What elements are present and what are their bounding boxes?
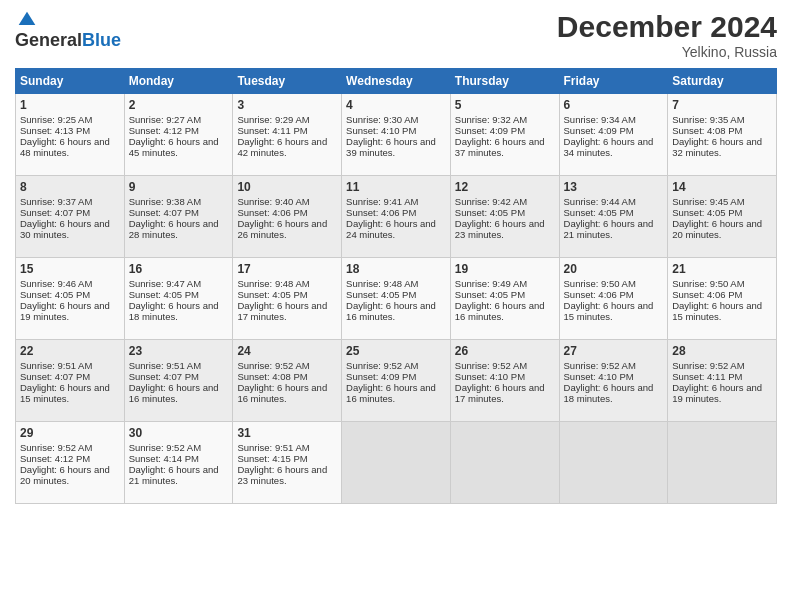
daylight-text: Daylight: 6 hours and 42 minutes. bbox=[237, 136, 327, 158]
calendar-week-row: 8Sunrise: 9:37 AMSunset: 4:07 PMDaylight… bbox=[16, 176, 777, 258]
sunrise-text: Sunrise: 9:52 AM bbox=[237, 360, 309, 371]
calendar-cell: 14Sunrise: 9:45 AMSunset: 4:05 PMDayligh… bbox=[668, 176, 777, 258]
sunrise-text: Sunrise: 9:51 AM bbox=[129, 360, 201, 371]
daylight-text: Daylight: 6 hours and 24 minutes. bbox=[346, 218, 436, 240]
sunset-text: Sunset: 4:07 PM bbox=[129, 207, 199, 218]
daylight-text: Daylight: 6 hours and 19 minutes. bbox=[20, 300, 110, 322]
calendar-cell: 18Sunrise: 9:48 AMSunset: 4:05 PMDayligh… bbox=[342, 258, 451, 340]
month-title: December 2024 bbox=[557, 10, 777, 44]
daylight-text: Daylight: 6 hours and 20 minutes. bbox=[20, 464, 110, 486]
daylight-text: Daylight: 6 hours and 37 minutes. bbox=[455, 136, 545, 158]
daylight-text: Daylight: 6 hours and 20 minutes. bbox=[672, 218, 762, 240]
daylight-text: Daylight: 6 hours and 23 minutes. bbox=[237, 464, 327, 486]
sunrise-text: Sunrise: 9:40 AM bbox=[237, 196, 309, 207]
sunset-text: Sunset: 4:05 PM bbox=[237, 289, 307, 300]
daylight-text: Daylight: 6 hours and 15 minutes. bbox=[20, 382, 110, 404]
day-number: 18 bbox=[346, 262, 446, 276]
day-number: 20 bbox=[564, 262, 664, 276]
sunset-text: Sunset: 4:13 PM bbox=[20, 125, 90, 136]
sunset-text: Sunset: 4:07 PM bbox=[20, 371, 90, 382]
weekday-header-friday: Friday bbox=[559, 69, 668, 94]
sunrise-text: Sunrise: 9:51 AM bbox=[237, 442, 309, 453]
daylight-text: Daylight: 6 hours and 34 minutes. bbox=[564, 136, 654, 158]
weekday-header-saturday: Saturday bbox=[668, 69, 777, 94]
calendar-cell: 11Sunrise: 9:41 AMSunset: 4:06 PMDayligh… bbox=[342, 176, 451, 258]
weekday-header-tuesday: Tuesday bbox=[233, 69, 342, 94]
day-number: 26 bbox=[455, 344, 555, 358]
calendar-cell: 21Sunrise: 9:50 AMSunset: 4:06 PMDayligh… bbox=[668, 258, 777, 340]
sunset-text: Sunset: 4:05 PM bbox=[346, 289, 416, 300]
calendar-cell: 6Sunrise: 9:34 AMSunset: 4:09 PMDaylight… bbox=[559, 94, 668, 176]
daylight-text: Daylight: 6 hours and 19 minutes. bbox=[672, 382, 762, 404]
sunset-text: Sunset: 4:14 PM bbox=[129, 453, 199, 464]
sunset-text: Sunset: 4:05 PM bbox=[564, 207, 634, 218]
day-number: 31 bbox=[237, 426, 337, 440]
sunset-text: Sunset: 4:08 PM bbox=[672, 125, 742, 136]
day-number: 17 bbox=[237, 262, 337, 276]
day-number: 4 bbox=[346, 98, 446, 112]
sunrise-text: Sunrise: 9:47 AM bbox=[129, 278, 201, 289]
calendar-cell bbox=[668, 422, 777, 504]
calendar-cell bbox=[450, 422, 559, 504]
title-block: December 2024 Yelkino, Russia bbox=[557, 10, 777, 60]
location-title: Yelkino, Russia bbox=[557, 44, 777, 60]
sunset-text: Sunset: 4:12 PM bbox=[129, 125, 199, 136]
calendar-cell: 17Sunrise: 9:48 AMSunset: 4:05 PMDayligh… bbox=[233, 258, 342, 340]
sunrise-text: Sunrise: 9:44 AM bbox=[564, 196, 636, 207]
sunset-text: Sunset: 4:10 PM bbox=[346, 125, 416, 136]
sunset-text: Sunset: 4:12 PM bbox=[20, 453, 90, 464]
calendar-cell: 25Sunrise: 9:52 AMSunset: 4:09 PMDayligh… bbox=[342, 340, 451, 422]
daylight-text: Daylight: 6 hours and 26 minutes. bbox=[237, 218, 327, 240]
day-number: 25 bbox=[346, 344, 446, 358]
svg-marker-0 bbox=[19, 12, 36, 25]
daylight-text: Daylight: 6 hours and 48 minutes. bbox=[20, 136, 110, 158]
sunset-text: Sunset: 4:15 PM bbox=[237, 453, 307, 464]
day-number: 8 bbox=[20, 180, 120, 194]
daylight-text: Daylight: 6 hours and 16 minutes. bbox=[346, 382, 436, 404]
sunrise-text: Sunrise: 9:35 AM bbox=[672, 114, 744, 125]
calendar-cell: 10Sunrise: 9:40 AMSunset: 4:06 PMDayligh… bbox=[233, 176, 342, 258]
calendar-body: 1Sunrise: 9:25 AMSunset: 4:13 PMDaylight… bbox=[16, 94, 777, 504]
weekday-header-sunday: Sunday bbox=[16, 69, 125, 94]
daylight-text: Daylight: 6 hours and 17 minutes. bbox=[455, 382, 545, 404]
calendar-cell: 12Sunrise: 9:42 AMSunset: 4:05 PMDayligh… bbox=[450, 176, 559, 258]
daylight-text: Daylight: 6 hours and 18 minutes. bbox=[129, 300, 219, 322]
sunrise-text: Sunrise: 9:52 AM bbox=[346, 360, 418, 371]
sunset-text: Sunset: 4:08 PM bbox=[237, 371, 307, 382]
day-number: 1 bbox=[20, 98, 120, 112]
calendar-cell: 7Sunrise: 9:35 AMSunset: 4:08 PMDaylight… bbox=[668, 94, 777, 176]
calendar-cell: 13Sunrise: 9:44 AMSunset: 4:05 PMDayligh… bbox=[559, 176, 668, 258]
daylight-text: Daylight: 6 hours and 45 minutes. bbox=[129, 136, 219, 158]
day-number: 14 bbox=[672, 180, 772, 194]
calendar-week-row: 15Sunrise: 9:46 AMSunset: 4:05 PMDayligh… bbox=[16, 258, 777, 340]
daylight-text: Daylight: 6 hours and 21 minutes. bbox=[564, 218, 654, 240]
sunrise-text: Sunrise: 9:42 AM bbox=[455, 196, 527, 207]
calendar-cell: 31Sunrise: 9:51 AMSunset: 4:15 PMDayligh… bbox=[233, 422, 342, 504]
sunset-text: Sunset: 4:05 PM bbox=[455, 289, 525, 300]
sunset-text: Sunset: 4:09 PM bbox=[455, 125, 525, 136]
daylight-text: Daylight: 6 hours and 39 minutes. bbox=[346, 136, 436, 158]
calendar-cell: 2Sunrise: 9:27 AMSunset: 4:12 PMDaylight… bbox=[124, 94, 233, 176]
calendar-cell: 9Sunrise: 9:38 AMSunset: 4:07 PMDaylight… bbox=[124, 176, 233, 258]
sunrise-text: Sunrise: 9:38 AM bbox=[129, 196, 201, 207]
calendar-cell: 16Sunrise: 9:47 AMSunset: 4:05 PMDayligh… bbox=[124, 258, 233, 340]
day-number: 30 bbox=[129, 426, 229, 440]
day-number: 21 bbox=[672, 262, 772, 276]
daylight-text: Daylight: 6 hours and 16 minutes. bbox=[455, 300, 545, 322]
sunrise-text: Sunrise: 9:48 AM bbox=[346, 278, 418, 289]
daylight-text: Daylight: 6 hours and 15 minutes. bbox=[564, 300, 654, 322]
sunset-text: Sunset: 4:11 PM bbox=[672, 371, 742, 382]
calendar-cell: 1Sunrise: 9:25 AMSunset: 4:13 PMDaylight… bbox=[16, 94, 125, 176]
daylight-text: Daylight: 6 hours and 21 minutes. bbox=[129, 464, 219, 486]
sunrise-text: Sunrise: 9:32 AM bbox=[455, 114, 527, 125]
logo-icon bbox=[17, 10, 37, 30]
day-number: 10 bbox=[237, 180, 337, 194]
day-number: 15 bbox=[20, 262, 120, 276]
calendar-cell: 19Sunrise: 9:49 AMSunset: 4:05 PMDayligh… bbox=[450, 258, 559, 340]
sunset-text: Sunset: 4:05 PM bbox=[455, 207, 525, 218]
calendar-cell: 15Sunrise: 9:46 AMSunset: 4:05 PMDayligh… bbox=[16, 258, 125, 340]
day-number: 11 bbox=[346, 180, 446, 194]
header: General Blue December 2024 Yelkino, Russ… bbox=[15, 10, 777, 60]
sunrise-text: Sunrise: 9:52 AM bbox=[455, 360, 527, 371]
calendar-table: SundayMondayTuesdayWednesdayThursdayFrid… bbox=[15, 68, 777, 504]
